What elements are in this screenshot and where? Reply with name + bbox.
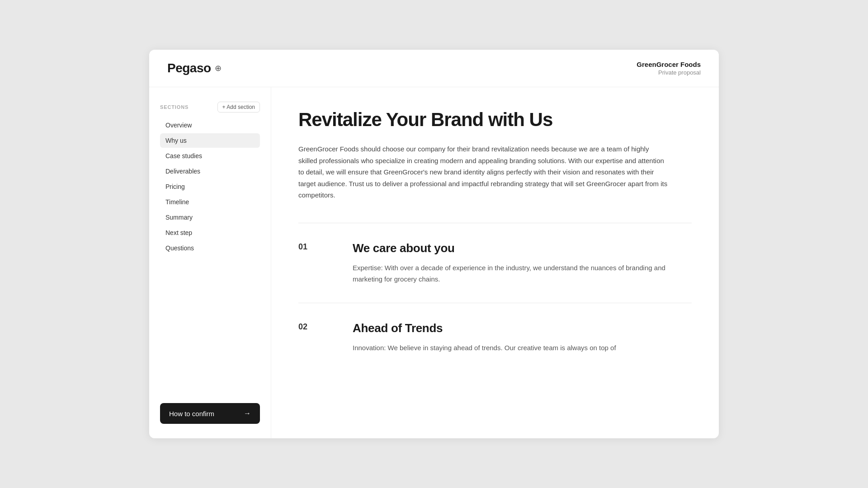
proposal-subtitle: Private proposal	[637, 69, 701, 76]
sidebar-item-pricing[interactable]: Pricing	[160, 179, 260, 194]
main-layout: SECTIONS + Add section Overview Why us C…	[149, 87, 719, 438]
feature-content-2: Ahead of Trends Innovation: We believe i…	[353, 321, 692, 354]
arrow-right-icon: →	[244, 409, 251, 418]
sidebar-item-overview[interactable]: Overview	[160, 118, 260, 132]
feature-desc-1: Expertise: With over a decade of experie…	[353, 263, 692, 285]
logo-text: Pegaso	[167, 61, 211, 75]
intro-text: GreenGrocer Foods should choose our comp…	[298, 143, 669, 201]
sidebar: SECTIONS + Add section Overview Why us C…	[149, 87, 271, 438]
feature-content-1: We care about you Expertise: With over a…	[353, 241, 692, 285]
sidebar-item-why-us[interactable]: Why us	[160, 133, 260, 148]
nav-list: Overview Why us Case studies Deliverable…	[160, 118, 260, 392]
feature-desc-2: Innovation: We believe in staying ahead …	[353, 343, 692, 354]
logo-plus-icon: ⊕	[215, 63, 222, 73]
add-section-button[interactable]: + Add section	[217, 102, 260, 113]
content-area: Revitalize Your Brand with Us GreenGroce…	[271, 87, 719, 438]
logo-area: Pegaso⊕	[167, 61, 222, 75]
header: Pegaso⊕ GreenGrocer Foods Private propos…	[149, 50, 719, 87]
feature-number-1: 01	[298, 241, 335, 285]
sections-header: SECTIONS + Add section	[160, 102, 260, 113]
company-name: GreenGrocer Foods	[637, 61, 701, 68]
feature-section-1: 01 We care about you Expertise: With ove…	[298, 223, 692, 303]
sidebar-item-timeline[interactable]: Timeline	[160, 195, 260, 209]
feature-title-2: Ahead of Trends	[353, 321, 692, 335]
sidebar-item-next-step[interactable]: Next step	[160, 225, 260, 240]
sidebar-item-case-studies[interactable]: Case studies	[160, 149, 260, 163]
feature-title-1: We care about you	[353, 241, 692, 255]
feature-section-2: 02 Ahead of Trends Innovation: We believ…	[298, 303, 692, 372]
confirm-button-label: How to confirm	[169, 410, 214, 418]
sidebar-item-questions[interactable]: Questions	[160, 241, 260, 255]
sidebar-item-deliverables[interactable]: Deliverables	[160, 164, 260, 178]
how-to-confirm-button[interactable]: How to confirm →	[160, 403, 260, 424]
header-right: GreenGrocer Foods Private proposal	[637, 61, 701, 76]
app-container: Pegaso⊕ GreenGrocer Foods Private propos…	[149, 50, 719, 438]
sections-label: SECTIONS	[160, 104, 189, 110]
page-title: Revitalize Your Brand with Us	[298, 109, 692, 131]
feature-number-2: 02	[298, 321, 335, 354]
sidebar-item-summary[interactable]: Summary	[160, 210, 260, 225]
